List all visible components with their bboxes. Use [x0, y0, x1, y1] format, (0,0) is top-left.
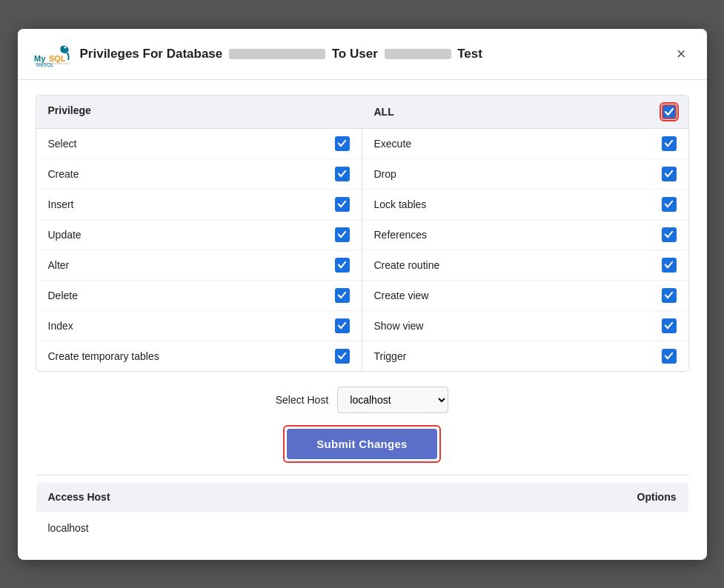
- privilege-item: Execute: [362, 129, 688, 159]
- privilege-item: Update: [36, 220, 362, 250]
- close-button[interactable]: ×: [671, 41, 692, 67]
- privilege-checkbox[interactable]: [662, 197, 677, 212]
- privilege-label: Trigger: [374, 350, 653, 362]
- privilege-item: Index: [36, 311, 362, 341]
- mysql-logo-icon: My SQL MySQL: [33, 41, 71, 67]
- privilege-checkbox[interactable]: [662, 167, 677, 181]
- privilege-checkbox[interactable]: [662, 227, 677, 242]
- privilege-checkbox[interactable]: [662, 349, 677, 364]
- privilege-label: Lock tables: [374, 198, 653, 210]
- modal-header: My SQL MySQL Privileges For Database To …: [18, 29, 707, 80]
- privilege-item: Create temporary tables: [36, 341, 362, 371]
- access-host-cell: localhost: [36, 512, 412, 545]
- privilege-label: Index: [48, 320, 326, 332]
- options-header: Options: [412, 481, 688, 512]
- privilege-label: Create routine: [374, 259, 653, 271]
- svg-text:MySQL: MySQL: [36, 62, 53, 67]
- privilege-item: Create routine: [362, 250, 688, 281]
- privilege-checkbox[interactable]: [335, 349, 350, 364]
- privilege-checkbox[interactable]: [335, 197, 350, 212]
- modal-dialog: My SQL MySQL Privileges For Database To …: [18, 29, 707, 560]
- options-cell: [412, 512, 688, 545]
- privileges-table-wrapper: Privilege ALL: [36, 95, 689, 372]
- privilege-checkbox[interactable]: [335, 136, 350, 151]
- access-host-tbody: localhost: [36, 512, 688, 545]
- privilege-item: Lock tables: [362, 190, 688, 220]
- privilege-label: Delete: [48, 290, 326, 301]
- privilege-rows: Select Create Insert Update Alter Delete…: [36, 129, 688, 371]
- modal-title: Privileges For Database To User Test: [80, 47, 662, 61]
- privilege-label: Show view: [374, 320, 653, 332]
- privilege-item: Alter: [36, 250, 362, 281]
- submit-changes-button[interactable]: Submit Changes: [287, 429, 437, 459]
- modal-overlay: My SQL MySQL Privileges For Database To …: [0, 0, 724, 588]
- privilege-checkbox[interactable]: [335, 258, 350, 273]
- privilege-item: Drop: [362, 159, 688, 190]
- privilege-label: Select: [48, 138, 326, 150]
- access-host-table: Access Host Options localhost: [36, 481, 689, 545]
- access-host-header: Access Host: [36, 481, 412, 512]
- user-name-redacted: [385, 49, 451, 59]
- privilege-label: Create: [48, 168, 326, 180]
- privilege-label: Drop: [374, 168, 653, 180]
- privilege-label: Create temporary tables: [48, 350, 326, 362]
- privilege-checkbox[interactable]: [335, 318, 350, 333]
- all-header: ALL: [362, 96, 688, 128]
- privilege-item: Create view: [362, 281, 688, 311]
- host-select[interactable]: localhost%127.0.0.1: [337, 387, 448, 413]
- modal-body: Privilege ALL: [18, 80, 707, 560]
- privilege-item: Select: [36, 129, 362, 159]
- privilege-item: Insert: [36, 190, 362, 220]
- privilege-checkbox[interactable]: [335, 288, 350, 303]
- privilege-item: Delete: [36, 281, 362, 311]
- access-host-row: localhost: [36, 512, 688, 545]
- right-privilege-column: Execute Drop Lock tables References Crea…: [362, 129, 688, 371]
- privilege-checkbox[interactable]: [335, 167, 350, 181]
- privilege-label: Execute: [374, 138, 653, 150]
- table-header-row: Privilege ALL: [36, 96, 688, 129]
- privilege-item: Trigger: [362, 341, 688, 371]
- privilege-label: Insert: [48, 198, 326, 210]
- privilege-item: References: [362, 220, 688, 250]
- svg-point-2: [64, 46, 66, 48]
- privilege-checkbox[interactable]: [662, 288, 677, 303]
- privilege-item: Show view: [362, 311, 688, 341]
- section-divider: [36, 475, 689, 475]
- db-name-redacted: [229, 49, 325, 59]
- select-host-row: Select Host localhost%127.0.0.1: [276, 387, 449, 413]
- privilege-label: Create view: [374, 290, 653, 301]
- select-host-label: Select Host: [276, 394, 329, 406]
- privilege-label: References: [374, 229, 653, 241]
- access-host-header-row: Access Host Options: [36, 481, 688, 512]
- privilege-checkbox[interactable]: [335, 227, 350, 242]
- privilege-checkbox[interactable]: [662, 136, 677, 151]
- privilege-header: Privilege: [36, 96, 362, 128]
- submit-button-wrapper: Submit Changes: [283, 425, 441, 463]
- privilege-checkbox[interactable]: [662, 318, 677, 333]
- bottom-section: Select Host localhost%127.0.0.1 Submit C…: [36, 372, 689, 469]
- privilege-label: Alter: [48, 259, 326, 271]
- all-checkbox[interactable]: [662, 104, 677, 119]
- privilege-item: Create: [36, 159, 362, 190]
- privilege-checkbox[interactable]: [662, 258, 677, 273]
- left-privilege-column: Select Create Insert Update Alter Delete…: [36, 129, 362, 371]
- privilege-label: Update: [48, 229, 326, 241]
